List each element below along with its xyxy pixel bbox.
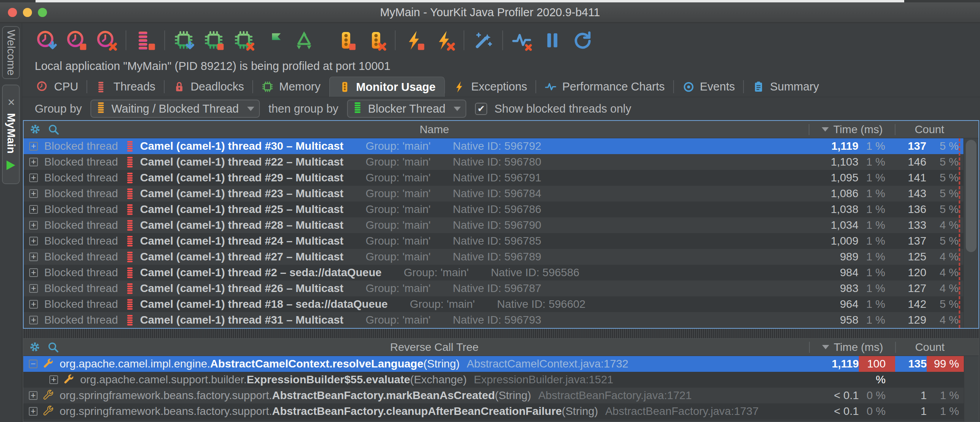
gear-icon[interactable]: [29, 341, 41, 354]
search-icon[interactable]: [47, 341, 60, 354]
tab-deadlocks[interactable]: Deadlocks: [164, 77, 253, 97]
count-percent: 5 %: [926, 202, 963, 217]
tab-summary[interactable]: Summary: [743, 77, 828, 97]
close-button[interactable]: [8, 8, 17, 17]
cpu-stop-icon[interactable]: [65, 28, 88, 52]
memory-capture-icon[interactable]: [172, 28, 196, 52]
tab-memory[interactable]: Memory: [253, 77, 329, 97]
expand-toggle[interactable]: +: [29, 284, 38, 293]
call-tree-row[interactable]: +org.springframework.beans.factory.suppo…: [23, 403, 979, 419]
monitor-clear-icon[interactable]: [364, 28, 388, 52]
tab-monitor-usage[interactable]: Monitor Usage: [329, 77, 445, 97]
column-header-count[interactable]: Count: [896, 341, 964, 354]
memory-clear-icon[interactable]: [232, 28, 256, 52]
thread-row[interactable]: +Blocked threadCamel (camel-1) thread #1…: [24, 296, 978, 312]
thread-row[interactable]: +Blocked threadCamel (camel-1) thread #2…: [24, 170, 978, 186]
time-percent: 1 %: [858, 249, 895, 265]
column-header-name[interactable]: Name: [60, 123, 809, 136]
force-gc-icon[interactable]: [292, 28, 316, 52]
pause-icon[interactable]: [540, 28, 564, 52]
inspections-wand-icon[interactable]: [471, 28, 495, 52]
column-header-count[interactable]: Count: [896, 123, 963, 136]
expand-toggle[interactable]: +: [29, 300, 38, 309]
exception-stop-icon[interactable]: [403, 28, 426, 52]
expand-toggle[interactable]: +: [29, 407, 38, 416]
expand-toggle[interactable]: +: [29, 221, 38, 230]
thread-row[interactable]: +Blocked threadCamel (camel-1) thread #3…: [24, 138, 978, 154]
cpu-capture-icon[interactable]: [35, 28, 58, 52]
vertical-scrollbar[interactable]: [964, 356, 979, 422]
telemetry-clear-icon[interactable]: [510, 28, 534, 52]
expand-toggle[interactable]: +: [29, 316, 38, 324]
thread-row-name-cell: +Blocked threadCamel (camel-1) thread #2…: [24, 202, 809, 217]
threads-table-body: +Blocked threadCamel (camel-1) thread #3…: [24, 138, 978, 328]
expand-toggle[interactable]: +: [29, 142, 38, 151]
then-group-by-dropdown[interactable]: Blocker Thread: [347, 100, 466, 118]
expand-toggle[interactable]: +: [29, 237, 38, 245]
expand-toggle[interactable]: +: [49, 375, 58, 384]
blocked-thread-icon: [125, 298, 135, 311]
column-header-time[interactable]: Time (ms): [810, 341, 895, 354]
gear-icon[interactable]: [29, 123, 42, 136]
thread-group: Group: 'main': [366, 154, 431, 170]
flag-icon[interactable]: [262, 28, 286, 52]
refresh-icon[interactable]: [570, 28, 594, 52]
vertical-scrollbar[interactable]: [963, 138, 978, 328]
call-tree-row[interactable]: +org.springframework.beans.factory.suppo…: [23, 388, 979, 403]
memory-stop-icon[interactable]: [202, 28, 226, 52]
expand-toggle[interactable]: −: [29, 360, 38, 368]
count-percent: 1 %: [927, 403, 964, 419]
source-location: AbstractBeanFactory.java:1737: [605, 403, 759, 419]
tab-label: Performance Charts: [562, 80, 665, 93]
expand-toggle[interactable]: +: [29, 252, 38, 261]
tab-events[interactable]: Events: [674, 77, 744, 97]
tab-exceptions[interactable]: Exceptions: [445, 77, 536, 97]
thread-row[interactable]: +Blocked threadCamel (camel-1) thread #2…: [24, 233, 978, 249]
thread-dump-icon[interactable]: [133, 28, 157, 52]
expand-toggle[interactable]: +: [29, 173, 38, 182]
thread-row[interactable]: +Blocked threadCamel (camel-1) thread #2…: [24, 281, 978, 296]
thread-row[interactable]: +Blocked threadCamel (camel-1) thread #2…: [24, 249, 978, 265]
expand-toggle[interactable]: +: [29, 189, 38, 198]
zoom-button[interactable]: [38, 8, 47, 17]
tab-threads[interactable]: Threads: [87, 77, 164, 97]
group-by-dropdown[interactable]: Waiting / Blocked Thread: [90, 100, 259, 118]
thread-row[interactable]: +Blocked threadCamel (camel-1) thread #2…: [24, 265, 978, 281]
thread-row[interactable]: +Blocked threadCamel (camel-1) thread #2…: [24, 202, 978, 217]
minimize-button[interactable]: [23, 8, 32, 17]
call-tree-header: Reverse Call Tree Time (ms) Count: [23, 339, 979, 356]
panel-splitter[interactable]: [23, 329, 979, 338]
tab-label: Summary: [770, 80, 819, 93]
thread-row[interactable]: +Blocked threadCamel (camel-1) thread #3…: [24, 312, 978, 328]
thread-name: Camel (camel-1) thread #27 – Multicast: [140, 249, 344, 265]
search-icon[interactable]: [47, 123, 60, 136]
thread-row[interactable]: +Blocked threadCamel (camel-1) thread #2…: [24, 186, 978, 202]
close-session-icon[interactable]: ×: [4, 98, 18, 106]
tab-performance-charts[interactable]: Performance Charts: [536, 77, 674, 97]
call-tree-row[interactable]: −org.apache.camel.impl.engine.AbstractCa…: [23, 356, 979, 372]
blocked-thread-icon: [125, 251, 135, 263]
thread-name: Camel (camel-1) thread #22 – Multicast: [140, 154, 344, 170]
thread-kind-label: Blocked thread: [44, 217, 118, 233]
exception-clear-icon[interactable]: [433, 28, 456, 52]
sidebar-tab-mymain[interactable]: × MyMain: [2, 85, 20, 184]
cpu-clear-icon[interactable]: [95, 28, 118, 52]
expand-toggle[interactable]: +: [29, 391, 38, 400]
scrollbar-thumb[interactable]: [966, 140, 976, 252]
expand-toggle[interactable]: +: [29, 268, 38, 277]
expand-toggle[interactable]: +: [29, 205, 38, 214]
sidebar-tab-welcome[interactable]: Welcome: [2, 26, 20, 79]
monitor-stop-icon[interactable]: [334, 28, 358, 52]
call-tree-row[interactable]: +org.apache.camel.support.builder.Expres…: [23, 372, 979, 388]
expand-toggle[interactable]: +: [29, 158, 38, 166]
thread-name: Camel (camel-1) thread #2 – seda://dataQ…: [140, 265, 382, 281]
thread-row[interactable]: +Blocked threadCamel (camel-1) thread #2…: [24, 217, 978, 233]
tab-cpu[interactable]: CPU: [28, 77, 87, 97]
time-percent: 100 %: [859, 356, 895, 372]
cpu-tab-icon: [36, 81, 49, 93]
thread-row[interactable]: +Blocked threadCamel (camel-1) thread #2…: [24, 154, 978, 170]
show-blocked-only-checkbox[interactable]: ✔: [475, 103, 487, 115]
thread-kind-label: Blocked thread: [44, 170, 118, 186]
column-header-time[interactable]: Time (ms): [809, 123, 895, 136]
time-percent: 1 %: [858, 296, 895, 312]
